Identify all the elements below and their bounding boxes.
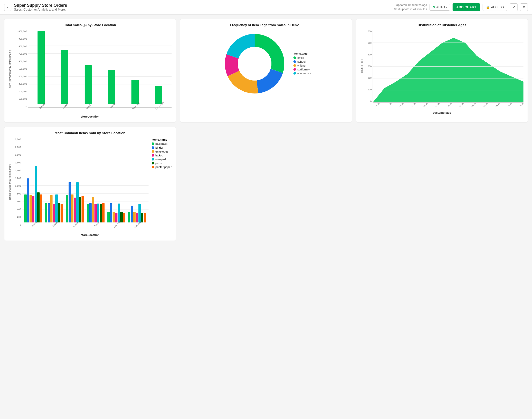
- common-items-legend-title: items.name: [152, 138, 172, 141]
- donut-legend-title: items.tags: [293, 52, 311, 55]
- grouped-bars: Denver Seattle: [22, 138, 149, 226]
- common-items-x-label: storeLocation: [9, 233, 172, 236]
- grouped-denver: Denver: [24, 138, 42, 226]
- update-line2: Next update in 41 minutes: [394, 7, 427, 11]
- legend-stationary: stationary: [293, 68, 311, 71]
- total-sales-chart: Total Sales ($) by Store Location sum ( …: [4, 19, 176, 122]
- header-left: ‹ Super Supply Store Orders Sales, Custo…: [4, 3, 67, 11]
- total-sales-y-axis-label: sum ( unwind array 'items.price' ): [9, 30, 11, 108]
- bar-denver: [38, 31, 45, 104]
- filter-button[interactable]: ▼: [520, 3, 528, 11]
- back-icon: ‹: [7, 5, 9, 9]
- grouped-london: London: [66, 138, 84, 226]
- bar-wrapper-london: London: [78, 30, 98, 107]
- customer-ages-y-label: count ( _id ): [360, 30, 363, 103]
- legend-dot-binder: [152, 146, 154, 149]
- dashboard: Total Sales ($) by Store Location sum ( …: [0, 15, 532, 245]
- bar-london: [85, 65, 92, 104]
- customer-ages-y-axis: 6005004003002001000: [364, 30, 373, 103]
- legend-dot-electronics: [293, 72, 296, 75]
- grouped-seattle: Seattle: [45, 138, 63, 226]
- header-right: Updated 19 minutes ago Next update in 41…: [394, 3, 528, 11]
- common-items-legend: items.name backpack binder envelopes lap…: [152, 138, 172, 226]
- total-sales-title: Total Sales ($) by Store Location: [9, 23, 172, 27]
- bar-wrapper-austin: Austin: [102, 30, 122, 107]
- total-sales-x-axis-label: storeLocation: [9, 115, 172, 118]
- legend-electronics: electronics: [293, 72, 311, 75]
- access-button[interactable]: 🔒 ACCESS: [483, 4, 507, 11]
- svg-marker-6: [373, 38, 523, 102]
- bar-austin: [108, 70, 115, 104]
- common-items-bars-area: Denver Seattle: [22, 138, 149, 226]
- bar-sandiego: [155, 86, 162, 104]
- legend-dot-backpack: [152, 142, 154, 145]
- legend-school: school: [293, 60, 311, 63]
- legend-notepad: notepad: [152, 158, 172, 161]
- grouped-newyork: New York: [107, 138, 125, 226]
- access-label: ACCESS: [491, 5, 504, 9]
- item-tags-chart: Frequency of Item Tags from Sales in Den…: [180, 19, 352, 122]
- legend-printer-paper: printer paper: [152, 165, 172, 169]
- update-info: Updated 19 minutes ago Next update in 41…: [394, 3, 427, 11]
- customer-ages-title: Distribution of Customer Ages: [360, 23, 523, 27]
- grouped-austin: Austin: [87, 138, 105, 226]
- donut-chart-area: items.tags office school writing station…: [184, 30, 348, 97]
- legend-dot-school: [293, 60, 296, 63]
- page-title: Super Supply Store Orders: [14, 3, 67, 8]
- bar-wrapper-sandiego: San Diego: [149, 30, 168, 107]
- legend-dot-office: [293, 56, 296, 59]
- add-chart-button[interactable]: ADD CHART: [453, 3, 480, 11]
- bar-wrapper-denver: Denver: [31, 30, 51, 107]
- legend-dot-printer-paper: [152, 166, 154, 168]
- legend-backpack: backpack: [152, 142, 172, 145]
- bar-newyork: [131, 80, 139, 104]
- total-sales-y-axis: 1,000,000900,000800,000700,000 600,00050…: [12, 30, 28, 108]
- back-button[interactable]: ‹: [4, 4, 11, 11]
- customer-ages-chart: Distribution of Customer Ages count ( _i…: [356, 19, 528, 122]
- common-items-y-axis: 2,2002,0001,8001,6001,4001,200 1,0008006…: [12, 138, 22, 226]
- update-line1: Updated 19 minutes ago: [394, 3, 427, 7]
- page-subtitle: Sales, Customer Analytics, and More.: [14, 8, 67, 11]
- legend-dot-pens: [152, 162, 154, 164]
- filter-icon: ▼: [522, 5, 526, 9]
- header-title: Super Supply Store Orders Sales, Custome…: [14, 3, 67, 11]
- legend-envelopes: envelopes: [152, 150, 172, 153]
- legend-office: office: [293, 56, 311, 59]
- legend-binder: binder: [152, 146, 172, 149]
- donut-svg: [221, 30, 288, 97]
- bar-wrapper-newyork: New York: [125, 30, 145, 107]
- header: ‹ Super Supply Store Orders Sales, Custo…: [0, 0, 532, 15]
- chevron-down-icon: ▾: [446, 6, 447, 9]
- legend-dot-writing: [293, 64, 296, 67]
- refresh-icon: ↻: [432, 5, 435, 9]
- legend-dot-laptop: [152, 154, 154, 157]
- customer-ages-x-label: customer.age: [360, 111, 523, 114]
- legend-dot-stationary: [293, 68, 296, 71]
- empty-cell-2: [180, 127, 352, 241]
- lock-icon: 🔒: [486, 5, 490, 9]
- legend-dot-notepad: [152, 158, 154, 161]
- legend-pens: pens: [152, 162, 172, 165]
- legend-writing: writing: [293, 64, 311, 67]
- bar-wrapper-seattle: Seattle: [55, 30, 75, 107]
- common-items-chart: Most Common Items Sold by Store Location…: [4, 127, 176, 241]
- expand-icon: ⤢: [512, 5, 515, 9]
- auto-label: AUTO: [436, 5, 445, 9]
- customer-ages-plot: [373, 30, 523, 103]
- total-sales-bars-area: Denver Seattle London Austin: [28, 30, 172, 108]
- grouped-sandiego: San Diego: [128, 138, 146, 226]
- bar-seattle: [61, 50, 68, 104]
- expand-button[interactable]: ⤢: [510, 3, 518, 11]
- customer-ages-x-axis: 15-20 20-25 25-30 30-35 35-40 40-45 45-5…: [374, 103, 523, 106]
- total-sales-bars: Denver Seattle London Austin: [28, 30, 172, 107]
- donut-legend: items.tags office school writing station…: [293, 52, 311, 76]
- item-tags-title: Frequency of Item Tags from Sales in Den…: [184, 23, 348, 27]
- legend-dot-envelopes: [152, 150, 154, 153]
- empty-cell-3: [356, 127, 528, 241]
- auto-button[interactable]: ↻ AUTO ▾: [430, 4, 450, 11]
- common-items-y-label: count ( unwind array 'items.name' ): [9, 138, 11, 226]
- common-items-title: Most Common Items Sold by Store Location: [9, 131, 172, 135]
- legend-laptop: laptop: [152, 154, 172, 157]
- svg-point-5: [238, 47, 271, 81]
